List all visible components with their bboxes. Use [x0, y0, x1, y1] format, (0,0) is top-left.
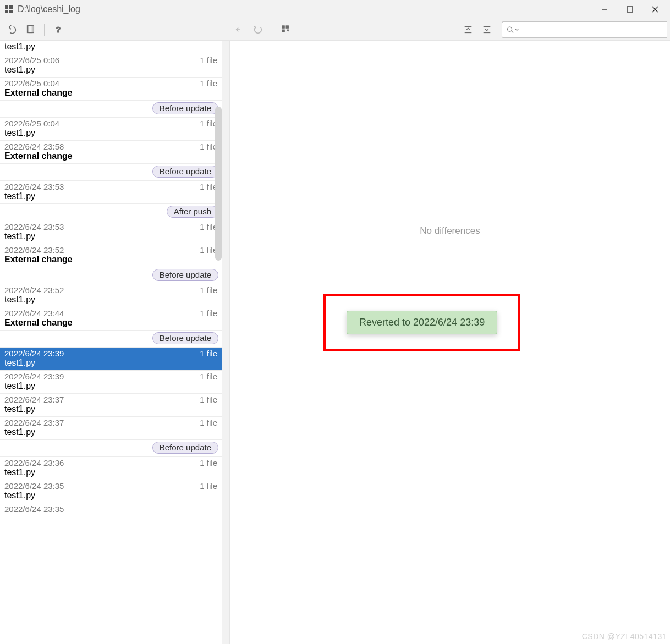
svg-line-20	[512, 31, 513, 32]
history-entry-name: External change	[4, 255, 217, 265]
history-top-fragment: test1.py	[0, 41, 222, 54]
help-button[interactable]: ?	[50, 21, 67, 38]
history-entry-name: test1.py	[4, 232, 217, 241]
history-timestamp: 2022/6/24 23:44	[4, 309, 64, 318]
collapse-all-button[interactable]	[460, 21, 476, 38]
history-entry[interactable]: 2022/6/24 23:581 fileExternal change	[0, 141, 222, 164]
window-maximize-button[interactable]	[617, 1, 642, 18]
history-entry-name: test1.py	[4, 427, 217, 437]
svg-rect-12	[286, 25, 289, 28]
history-entry[interactable]: 2022/6/24 23:441 fileExternal change	[0, 307, 222, 331]
history-timestamp: 2022/6/24 23:53	[4, 182, 64, 191]
search-input[interactable]	[521, 25, 667, 34]
pane-gutter[interactable]	[222, 41, 230, 644]
history-entry-name: External change	[4, 318, 217, 328]
window-title: D:\log\ceshi_log	[18, 4, 80, 14]
history-file-count: 1 file	[200, 481, 217, 491]
history-timestamp: 2022/6/24 23:52	[4, 245, 64, 255]
history-label-pill: Before update	[152, 166, 218, 178]
prev-diff-button[interactable]	[231, 21, 248, 38]
history-entry[interactable]: 2022/6/24 23:531 filetest1.py	[0, 181, 222, 204]
svg-rect-11	[282, 25, 285, 28]
history-file-count: 1 file	[200, 372, 217, 381]
history-label-row: Before update	[0, 331, 222, 348]
history-label-pill: Before update	[152, 442, 218, 454]
history-timestamp: 2022/6/25 0:04	[4, 119, 59, 128]
history-timestamp: 2022/6/24 23:53	[4, 222, 64, 232]
history-timestamp: 2022/6/24 23:35	[4, 504, 64, 513]
history-file-count: 1 file	[200, 285, 217, 295]
history-entry[interactable]: 2022/6/24 23:391 filetest1.py	[0, 371, 222, 394]
window-close-button[interactable]	[642, 1, 668, 18]
history-file-count: 1 file	[200, 56, 217, 65]
titlebar: D:\log\ceshi_log	[0, 0, 670, 19]
revert-toast: Reverted to 2022/6/24 23:39	[347, 311, 497, 334]
history-file-count: 1 file	[200, 395, 217, 404]
history-list[interactable]: 2022/6/25 0:061 filetest1.py2022/6/25 0:…	[0, 54, 222, 513]
history-label-pill: Before update	[152, 332, 218, 344]
svg-rect-0	[5, 5, 8, 9]
history-entry[interactable]: 2022/6/24 23:531 filetest1.py	[0, 221, 222, 244]
history-entry[interactable]: 2022/6/24 23:35	[0, 503, 222, 513]
search-icon	[507, 26, 514, 34]
svg-text:?: ?	[56, 25, 61, 34]
history-entry-name: test1.py	[4, 491, 217, 500]
history-entry[interactable]: 2022/6/25 0:041 fileExternal change	[0, 78, 222, 101]
history-entry-name: test1.py	[4, 381, 217, 391]
app-icon	[4, 5, 13, 14]
watermark: CSDN @YZL40514131	[582, 632, 667, 641]
history-label-row: Before update	[0, 267, 222, 284]
history-entry-name: test1.py	[4, 404, 217, 414]
window-minimize-button[interactable]	[592, 1, 617, 18]
history-timestamp: 2022/6/25 0:04	[4, 79, 59, 88]
annotation-box: Reverted to 2022/6/24 23:39	[323, 294, 520, 351]
history-timestamp: 2022/6/24 23:37	[4, 418, 64, 427]
history-entry[interactable]: 2022/6/25 0:061 filetest1.py	[0, 54, 222, 78]
history-timestamp: 2022/6/24 23:35	[4, 481, 64, 491]
history-timestamp: 2022/6/25 0:06	[4, 56, 59, 65]
undo-button[interactable]	[3, 21, 20, 38]
history-entry-name: test1.py	[4, 467, 217, 477]
history-file-count: 1 file	[200, 309, 217, 318]
scrollbar-thumb[interactable]	[215, 107, 222, 261]
history-label-row: Before update	[0, 164, 222, 181]
history-pane[interactable]: test1.py 2022/6/25 0:061 filetest1.py202…	[0, 41, 222, 644]
history-entry-name: test1.py	[4, 358, 217, 368]
svg-rect-1	[9, 5, 13, 9]
history-timestamp: 2022/6/24 23:58	[4, 142, 64, 151]
history-entry[interactable]: 2022/6/24 23:521 filetest1.py	[0, 284, 222, 307]
svg-rect-13	[282, 30, 285, 32]
history-entry[interactable]: 2022/6/24 23:351 filetest1.py	[0, 480, 222, 503]
expand-all-button[interactable]	[479, 21, 495, 38]
history-entry[interactable]: 2022/6/25 0:041 filetest1.py	[0, 118, 222, 141]
history-entry-name: test1.py	[4, 128, 217, 138]
history-label-pill: Before update	[152, 269, 218, 281]
history-timestamp: 2022/6/24 23:36	[4, 458, 64, 467]
history-entry[interactable]: 2022/6/24 23:371 filetest1.py	[0, 417, 222, 440]
create-patch-button[interactable]	[22, 21, 39, 38]
revert-button[interactable]	[250, 21, 266, 38]
svg-rect-9	[29, 25, 34, 32]
search-box[interactable]	[502, 21, 667, 38]
history-entry-name: test1.py	[4, 191, 217, 201]
svg-rect-2	[5, 10, 8, 13]
view-mode-button[interactable]	[278, 21, 294, 38]
diff-pane: No differences Reverted to 2022/6/24 23:…	[230, 41, 670, 644]
toolbar-separator	[44, 24, 45, 36]
svg-rect-3	[9, 10, 13, 13]
history-entry[interactable]: 2022/6/24 23:361 filetest1.py	[0, 457, 222, 480]
toolbar-separator	[272, 24, 272, 36]
history-file-count: 1 file	[200, 458, 217, 467]
svg-rect-5	[627, 7, 633, 12]
history-entry-name: test1.py	[4, 295, 217, 305]
history-timestamp: 2022/6/24 23:39	[4, 349, 64, 358]
history-label-pill: After push	[167, 206, 218, 218]
history-entry[interactable]: 2022/6/24 23:371 filetest1.py	[0, 394, 222, 417]
history-timestamp: 2022/6/24 23:52	[4, 285, 64, 295]
history-label-pill: Before update	[152, 102, 218, 114]
history-entry[interactable]: 2022/6/24 23:521 fileExternal change	[0, 244, 222, 267]
history-entry-name: External change	[4, 151, 217, 161]
main-toolbar: ?	[0, 19, 670, 41]
history-file-count: 1 file	[200, 79, 217, 88]
history-entry[interactable]: 2022/6/24 23:391 filetest1.py	[0, 348, 222, 371]
